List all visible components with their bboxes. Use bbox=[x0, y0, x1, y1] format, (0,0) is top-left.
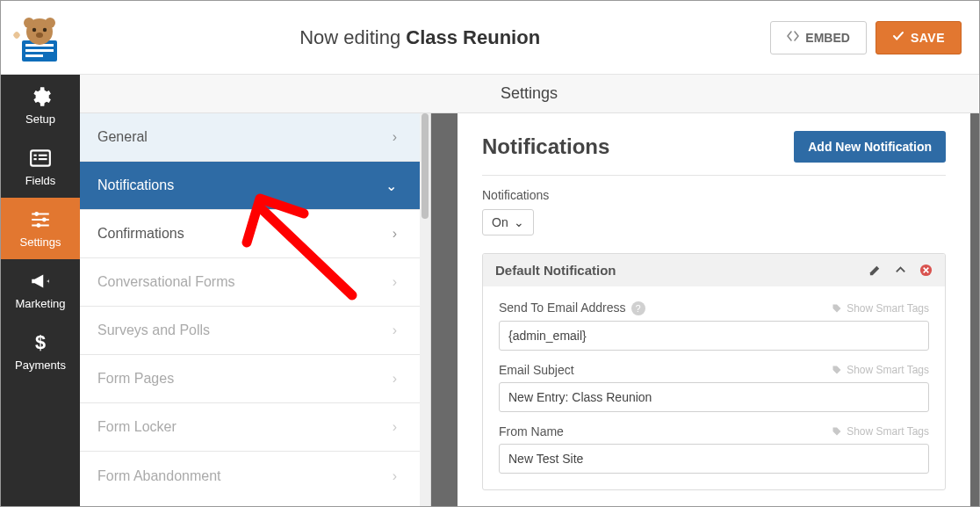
chevron-right-icon: › bbox=[393, 371, 397, 387]
chevron-right-icon: › bbox=[393, 274, 397, 290]
settings-sections-list: General › Notifications ⌄ Confirmations … bbox=[80, 113, 431, 507]
primary-sidebar: Setup Fields Settings Marketing $ Paymen… bbox=[1, 75, 80, 507]
chevron-right-icon: › bbox=[393, 322, 397, 338]
sidebar-item-payments[interactable]: $ Payments bbox=[1, 321, 80, 382]
notifications-toggle-value: On bbox=[492, 215, 508, 229]
save-button[interactable]: SAVE bbox=[876, 21, 962, 54]
field-email-subject: Email Subject Show Smart Tags bbox=[499, 363, 929, 412]
settings-label-form-locker: Form Locker bbox=[97, 419, 177, 435]
bear-logo-icon bbox=[10, 11, 69, 65]
chevron-right-icon: › bbox=[393, 129, 397, 145]
notification-card-header: Default Notification bbox=[483, 254, 945, 286]
settings-item-form-locker[interactable]: Form Locker › bbox=[80, 403, 420, 452]
editing-title: Class Reunion bbox=[406, 26, 540, 48]
sidebar-item-settings[interactable]: Settings bbox=[1, 198, 80, 259]
email-subject-label: Email Subject bbox=[499, 363, 574, 377]
notification-card-body: Send To Email Address? Show Smart Tags E… bbox=[483, 286, 945, 489]
settings-label-conversational: Conversational Forms bbox=[97, 274, 235, 290]
close-icon[interactable] bbox=[919, 264, 933, 277]
send-to-input[interactable] bbox=[499, 321, 929, 351]
settings-item-notifications[interactable]: Notifications ⌄ bbox=[80, 162, 420, 210]
sidebar-item-setup[interactable]: Setup bbox=[1, 75, 80, 136]
check-icon bbox=[892, 30, 904, 45]
chevron-down-icon: ⌄ bbox=[386, 177, 397, 194]
settings-label-general: General bbox=[97, 129, 148, 145]
svg-point-17 bbox=[36, 223, 40, 228]
scrollbar[interactable] bbox=[420, 113, 430, 507]
chevron-right-icon: › bbox=[393, 468, 397, 484]
list-icon bbox=[29, 147, 52, 170]
top-bar: Now editing Class Reunion EMBED SAVE bbox=[1, 1, 979, 75]
app-logo bbox=[10, 11, 69, 65]
sidebar-label-setup: Setup bbox=[25, 112, 55, 126]
subheader-text: Settings bbox=[501, 84, 558, 103]
smart-tags-label: Show Smart Tags bbox=[847, 364, 929, 376]
chevron-down-icon: ⌄ bbox=[514, 215, 524, 229]
show-smart-tags-link[interactable]: Show Smart Tags bbox=[832, 364, 929, 376]
settings-item-form-abandonment[interactable]: Form Abandonment › bbox=[80, 452, 420, 500]
notifications-panel: Notifications Add New Notification Notif… bbox=[458, 113, 970, 507]
pencil-icon[interactable] bbox=[868, 264, 882, 277]
topbar-actions: EMBED SAVE bbox=[770, 21, 962, 54]
divider bbox=[482, 175, 946, 176]
svg-rect-13 bbox=[33, 158, 36, 160]
panel-header: Notifications Add New Notification bbox=[482, 131, 946, 175]
chevron-up-icon[interactable] bbox=[894, 264, 907, 277]
main-column: Notifications Add New Notification Notif… bbox=[431, 113, 979, 507]
page-subheader: Settings bbox=[80, 75, 978, 113]
sidebar-item-fields[interactable]: Fields bbox=[1, 136, 80, 198]
notifications-toggle-select[interactable]: On ⌄ bbox=[482, 209, 534, 235]
sliders-icon bbox=[29, 208, 52, 231]
tag-icon bbox=[832, 365, 842, 375]
sidebar-label-settings: Settings bbox=[20, 235, 61, 249]
settings-item-confirmations[interactable]: Confirmations › bbox=[80, 210, 420, 258]
settings-item-conversational[interactable]: Conversational Forms › bbox=[80, 258, 420, 307]
svg-point-9 bbox=[36, 33, 43, 38]
add-notification-button[interactable]: Add New Notification bbox=[794, 131, 946, 163]
settings-label-confirmations: Confirmations bbox=[97, 226, 184, 242]
field-from-name: From Name Show Smart Tags bbox=[499, 424, 929, 474]
card-header-actions bbox=[868, 264, 933, 277]
show-smart-tags-link[interactable]: Show Smart Tags bbox=[832, 302, 929, 315]
email-subject-input[interactable] bbox=[499, 382, 929, 412]
svg-point-15 bbox=[34, 212, 39, 216]
settings-label-surveys: Surveys and Polls bbox=[97, 322, 210, 338]
chevron-right-icon: › bbox=[393, 226, 397, 242]
svg-rect-12 bbox=[39, 155, 47, 156]
chevron-right-icon: › bbox=[393, 419, 397, 435]
from-name-input[interactable] bbox=[499, 444, 929, 474]
editing-label: Now editing Class Reunion bbox=[69, 26, 770, 49]
settings-label-notifications: Notifications bbox=[97, 177, 174, 193]
svg-point-7 bbox=[32, 27, 36, 31]
sidebar-item-marketing[interactable]: Marketing bbox=[1, 259, 80, 321]
gear-icon bbox=[29, 85, 52, 108]
notifications-toggle-label: Notifications bbox=[482, 188, 946, 202]
from-name-label: From Name bbox=[499, 424, 564, 438]
notification-card: Default Notification Send To Email Addre… bbox=[482, 253, 946, 490]
svg-text:$: $ bbox=[35, 331, 46, 353]
notification-card-title: Default Notification bbox=[495, 263, 616, 278]
editing-prefix: Now editing bbox=[299, 26, 406, 48]
bullhorn-icon bbox=[29, 270, 52, 293]
tag-icon bbox=[832, 303, 842, 314]
settings-item-form-pages[interactable]: Form Pages › bbox=[80, 355, 420, 403]
embed-button[interactable]: EMBED bbox=[770, 21, 867, 54]
help-icon[interactable]: ? bbox=[631, 301, 645, 315]
smart-tags-label: Show Smart Tags bbox=[847, 425, 929, 438]
show-smart-tags-link[interactable]: Show Smart Tags bbox=[832, 425, 929, 438]
panel-title: Notifications bbox=[482, 134, 609, 159]
sidebar-label-marketing: Marketing bbox=[15, 297, 65, 310]
field-send-to: Send To Email Address? Show Smart Tags bbox=[499, 301, 929, 351]
send-to-label: Send To Email Address? bbox=[499, 301, 645, 315]
svg-point-5 bbox=[24, 18, 34, 28]
settings-item-surveys[interactable]: Surveys and Polls › bbox=[80, 307, 420, 355]
svg-point-16 bbox=[42, 218, 47, 222]
sidebar-label-fields: Fields bbox=[25, 174, 56, 187]
settings-item-general[interactable]: General › bbox=[80, 113, 420, 162]
svg-point-6 bbox=[45, 18, 55, 28]
svg-rect-14 bbox=[39, 158, 47, 160]
svg-rect-2 bbox=[25, 49, 54, 52]
dollar-icon: $ bbox=[29, 331, 52, 354]
svg-rect-3 bbox=[25, 54, 43, 57]
svg-point-8 bbox=[43, 27, 47, 31]
